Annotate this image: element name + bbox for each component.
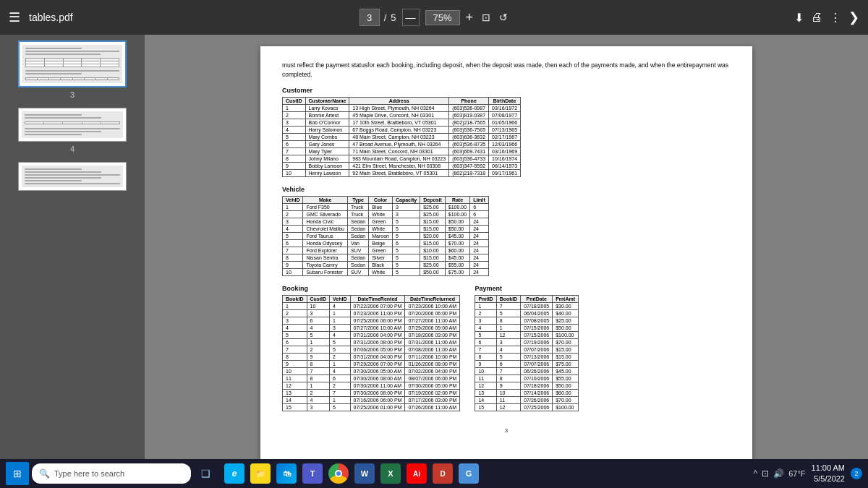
table-row: 72507/06/2006 05:00 PM07/08/2006 11:00 A… [283,346,460,353]
table-cell: (603)819-0387 [449,111,489,119]
table-cell: Truck [347,210,368,218]
table-cell: 07/27/2006 10:00 AM [350,324,405,331]
table-cell: 07/30/2006 08:00 PM [350,389,405,396]
thumbnail-3[interactable] [18,40,127,87]
table-cell: 7 [496,367,521,374]
table-cell: 06/04/2005 [521,309,553,317]
zoom-in-button[interactable]: + [466,10,474,25]
browser2-app[interactable]: G [457,462,480,485]
vehicle-section: Vehicle VehIDMakeTypeColorCapacityDeposi… [282,186,731,276]
table-header: Deposit [420,196,446,203]
table-row: 7407/07/2006$15.00 [475,346,579,353]
thumb-line [25,114,82,116]
table-cell: 07/30/2006 05:00 AM [350,367,405,374]
thumbnail-4[interactable] [18,108,127,142]
customer-table: CustIDCustomerNameAddressPhoneBirthDate1… [282,97,521,177]
table-row: 89207/31/2006 04:00 PM07/11/2006 10:00 P… [283,353,460,360]
search-bar[interactable]: 🔍 Type here to search [32,463,191,484]
table-cell: 03/16/1969 [489,147,521,155]
thumb-cell [73,78,84,80]
table-row: 2GMC SilveradoTruckWhite3$25.00$100.006 [283,210,489,218]
store-icon: 🛍 [276,463,297,484]
chevron-up-icon[interactable]: ^ [754,468,758,479]
intro-text: must reflect the payment statusfor each … [282,61,731,80]
table-cell: $100.00 [553,331,579,338]
table-cell: Subaru Forester [303,268,348,275]
table-row: 10Henry Lawson92 Main Street, Brattlebor… [283,169,521,176]
word-app[interactable]: W [353,462,376,485]
table-row: 10Subaru ForesterSUVWhite5$50.00$75.0024 [283,268,489,275]
table-cell: 24 [470,225,489,232]
thumbnail-5[interactable] [18,162,127,191]
print-button[interactable]: 🖨 [811,11,822,24]
table-cell: Sedan [347,232,368,239]
booking-title: Booking [282,285,460,292]
download-button[interactable]: ⬇ [794,11,804,25]
chrome-icon [328,463,349,484]
table-cell: $55.00 [445,261,469,268]
network-icon[interactable]: ⊡ [762,468,769,479]
table-cell: Sedan [347,261,368,268]
database-app[interactable]: D [431,462,454,485]
table-cell: 07/19/2006 [521,338,553,346]
table-cell: 03/16/1972 [489,104,521,111]
table-cell: 01/05/1966 [489,119,521,126]
clock[interactable]: 11:00 AM 5/5/2022 [812,463,845,485]
adobe-app[interactable]: Ai [405,462,428,485]
table-header: Phone [449,97,489,104]
hamburger-icon[interactable]: ☰ [9,9,20,25]
table-cell: 07/30/2006 05:00 PM [405,382,460,389]
sidebar-page-3[interactable]: 3 [18,40,127,99]
table-cell: $75.00 [445,268,469,275]
table-row: 98107/29/2006 07:00 PM01/26/2006 08:00 P… [283,360,460,367]
sidebar-page-5[interactable] [18,162,127,194]
pdf-viewer[interactable]: must reflect the payment statusfor each … [145,35,868,459]
zoom-out-button[interactable]: — [402,9,420,26]
fit-page-icon[interactable]: ⊡ [482,12,490,23]
thumb-line [25,117,101,119]
table-cell: 8 [283,254,303,261]
table-cell: 10 [283,367,307,374]
table-cell: 15 [475,403,496,411]
table-cell: 07/23/2006 11:00 PM [350,309,405,317]
table-cell: 9 [496,382,521,389]
current-page[interactable]: 3 [359,9,380,26]
task-view-button[interactable]: ❑ [194,462,217,485]
table-cell: (603)536-4733 [449,155,489,162]
table-cell: $20.00 [420,232,446,239]
table-cell: 1 [496,324,521,331]
rotate-icon[interactable]: ↺ [499,12,508,23]
more-options-button[interactable]: ⋮ [830,11,841,25]
store-app[interactable]: 🛍 [275,462,298,485]
table-row: 1707/18/2005$30.00 [475,302,579,309]
explorer-app[interactable]: 📁 [249,462,272,485]
thumb-cell [82,122,101,124]
table-cell: 07/15/2006 [521,324,553,331]
teams-app[interactable]: T [301,462,324,485]
table-cell: Nissan Sentra [303,254,348,261]
table-cell: 14 [283,396,307,403]
thumb-line [25,177,101,179]
table-cell: 9 [283,162,306,169]
table-cell: 07/16/2006 06:00 PM [350,396,405,403]
table-cell: White [369,225,393,232]
table-cell: 13 [283,389,307,396]
zoom-level[interactable]: 75% [425,10,460,25]
scroll-right-icon[interactable]: ❯ [848,9,859,25]
edge-app[interactable]: e [223,462,246,485]
thumb-cell [101,64,119,67]
notification-button[interactable]: 2 [851,468,862,479]
table-cell: 4 [307,324,330,331]
browser2-icon: G [459,463,479,484]
table-cell: 47 Broad Avenue, Plymouth, NH 03264 [349,140,449,147]
chrome-app[interactable] [327,462,350,485]
table-cell: 1 [283,104,306,111]
start-button[interactable]: ⊞ [6,462,29,485]
excel-app[interactable]: X [379,462,402,485]
sidebar-page-4[interactable]: 4 [18,108,127,153]
volume-icon[interactable]: 🔊 [773,468,784,479]
table-cell: $15.00 [553,346,579,353]
table-header: Address [349,97,449,104]
word-icon: W [354,463,375,484]
table-cell: $15.00 [420,218,446,225]
